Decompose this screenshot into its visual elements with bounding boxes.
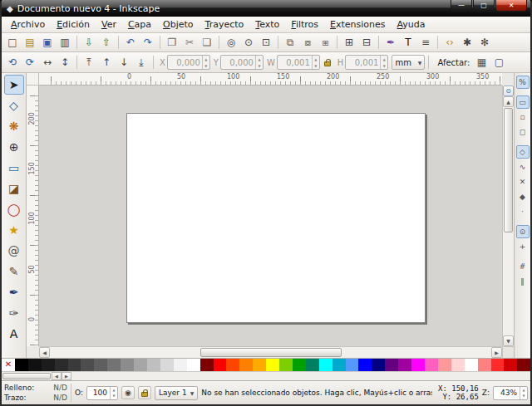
snap-intersections-button[interactable]: ✕: [516, 175, 530, 188]
y-input[interactable]: 0,000▲▼: [220, 55, 264, 70]
canvas[interactable]: [39, 86, 502, 346]
menu-item-trayecto[interactable]: Trayecto: [200, 17, 250, 32]
horizontal-scroll-track-right[interactable]: [342, 347, 492, 358]
document-properties-button[interactable]: ✱: [459, 35, 475, 51]
palette-scroll-right-arrow[interactable]: ▶: [62, 372, 71, 380]
palette-swatch-2[interactable]: [28, 359, 42, 371]
scroll-right-arrow[interactable]: ▶: [491, 347, 502, 358]
palette-scroll-thumb[interactable]: [2, 373, 51, 379]
palette-swatch-20[interactable]: [266, 359, 279, 371]
palette-swatch-6[interactable]: [81, 359, 94, 371]
opacity-spinner[interactable]: 100 ▲ ▼: [86, 386, 118, 400]
palette-swatch-26[interactable]: [346, 359, 359, 371]
vertical-scrollbar[interactable]: ⊙ ▲ ▼: [502, 86, 514, 346]
maximize-button[interactable]: ▢: [473, 0, 495, 12]
palette-swatch-34[interactable]: [451, 359, 465, 371]
rotate-ccw-button[interactable]: ⟲: [4, 55, 21, 71]
snap-grid-button[interactable]: #: [516, 260, 530, 273]
vertical-ruler[interactable]: 200150100500: [27, 86, 39, 346]
palette-swatch-15[interactable]: [200, 359, 214, 371]
opacity-up-arrow[interactable]: ▲: [111, 387, 117, 394]
snap-object-centers-button[interactable]: ⊙: [516, 225, 530, 238]
snap-bounding-box-button[interactable]: ▭: [516, 95, 530, 109]
units-selector[interactable]: mm▼: [392, 55, 425, 70]
fill-stroke-dialog-button[interactable]: ✒: [382, 35, 399, 51]
palette-swatch-37[interactable]: [491, 359, 505, 371]
selector-tool[interactable]: ➤: [4, 75, 24, 95]
palette-scroll-track[interactable]: [71, 372, 530, 380]
x-down-arrow[interactable]: ▼: [203, 62, 209, 69]
vertical-scroll-thumb[interactable]: [504, 108, 513, 232]
palette-swatch-38[interactable]: [504, 359, 517, 371]
undo-button[interactable]: ↶: [122, 35, 139, 51]
unlink-clone-button[interactable]: ⧆: [317, 35, 333, 51]
duplicate-button[interactable]: ⧉: [282, 35, 298, 51]
preferences-button[interactable]: ✻: [476, 35, 493, 51]
palette-swatch-27[interactable]: [358, 359, 372, 371]
palette-swatch-33[interactable]: [438, 359, 451, 371]
palette-swatch-5[interactable]: [68, 359, 81, 371]
zoom-spinner[interactable]: 43% ▲ ▼: [493, 386, 528, 400]
palette-swatch-10[interactable]: [134, 359, 147, 371]
snap-guides-button[interactable]: ‖: [516, 275, 530, 288]
title-bar[interactable]: ◆ Documento nuevo 4 - Inkscape — ▢ ✕: [2, 0, 530, 17]
palette-swatch-19[interactable]: [253, 359, 266, 371]
zoom-up-arrow[interactable]: ▲: [520, 387, 527, 394]
spiral-tool[interactable]: @: [4, 241, 24, 261]
star-tool[interactable]: ★: [4, 220, 24, 240]
save-document-button[interactable]: ▣: [39, 35, 56, 51]
palette-swatch-22[interactable]: [293, 359, 306, 371]
menu-item-texto[interactable]: Texto: [249, 17, 285, 32]
palette-swatch-17[interactable]: [226, 359, 239, 371]
w-up-arrow[interactable]: ▲: [313, 56, 319, 62]
h-up-arrow[interactable]: ▲: [381, 56, 387, 62]
scale-stroke-toggle-button[interactable]: ▦: [473, 55, 490, 71]
zoom-drawing-button[interactable]: ◎: [223, 35, 239, 51]
import-button[interactable]: ⇩: [81, 35, 97, 51]
y-up-arrow[interactable]: ▲: [256, 56, 263, 62]
layer-lock-button[interactable]: [138, 386, 151, 399]
xml-editor-button[interactable]: ‹›: [441, 35, 458, 51]
palette-swatch-1[interactable]: [15, 359, 28, 371]
rotate-cw-button[interactable]: ⟳: [22, 55, 38, 71]
y-down-arrow[interactable]: ▼: [256, 62, 263, 69]
tweak-tool[interactable]: ❋: [4, 116, 24, 136]
zoom-tool[interactable]: ⊕: [4, 137, 24, 157]
palette-swatch-18[interactable]: [239, 359, 253, 371]
print-document-button[interactable]: ▥: [57, 35, 73, 51]
export-button[interactable]: ⇧: [98, 35, 115, 51]
ellipse-tool[interactable]: ◯: [4, 199, 24, 219]
palette-swatch-29[interactable]: [385, 359, 398, 371]
snap-paths-button[interactable]: ∿: [516, 160, 530, 174]
flip-vertical-button[interactable]: ↕: [57, 55, 73, 71]
palette-swatch-11[interactable]: [147, 359, 160, 371]
zoom-down-arrow[interactable]: ▼: [520, 393, 527, 399]
menu-item-objeto[interactable]: Objeto: [157, 17, 200, 32]
ungroup-button[interactable]: ⊟: [358, 35, 375, 51]
menu-item-edicion[interactable]: Edición: [51, 17, 96, 32]
menu-item-archivo[interactable]: Archivo: [5, 17, 51, 32]
x-input[interactable]: 0,000▲▼: [167, 55, 210, 70]
node-tool[interactable]: ◇: [4, 95, 24, 115]
palette-scrollbar[interactable]: ◀ ▶: [2, 371, 530, 380]
minimize-button[interactable]: —: [451, 0, 472, 12]
h-spin-arrows[interactable]: ▲▼: [380, 56, 387, 69]
flip-horizontal-button[interactable]: ↔: [39, 55, 56, 71]
scale-corners-toggle-button[interactable]: ▢: [490, 55, 507, 71]
cut-button[interactable]: ✂: [181, 35, 198, 51]
copy-button[interactable]: ❐: [164, 35, 180, 51]
text-dialog-button[interactable]: T: [400, 35, 416, 51]
palette-swatch-13[interactable]: [174, 359, 187, 371]
palette-swatch-39[interactable]: [517, 359, 530, 371]
palette-swatch-9[interactable]: [121, 359, 134, 371]
palette-swatch-14[interactable]: [187, 359, 200, 371]
opacity-down-arrow[interactable]: ▼: [111, 393, 117, 399]
h-input[interactable]: 0,001▲▼: [345, 55, 388, 70]
snap-bbox-edges-button[interactable]: ▫: [516, 110, 530, 124]
lower-button[interactable]: ↓: [116, 55, 132, 71]
w-input[interactable]: 0,001▲▼: [277, 55, 320, 70]
palette-swatch-35[interactable]: [465, 359, 478, 371]
group-button[interactable]: ⊞: [341, 35, 357, 51]
palette-swatch-12[interactable]: [160, 359, 174, 371]
horizontal-scroll-track-left[interactable]: [50, 347, 200, 358]
